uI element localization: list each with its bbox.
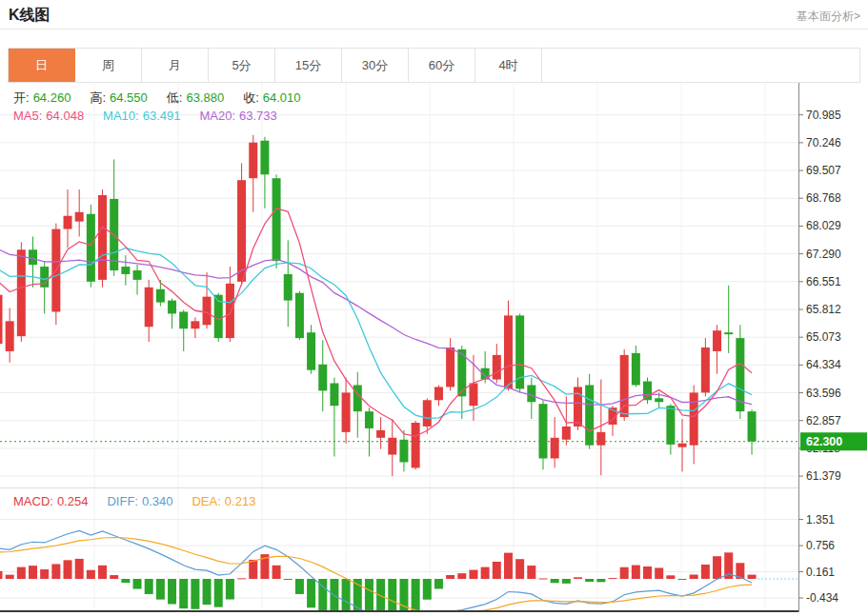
candle-body [724,332,733,334]
macd-bar [527,566,535,579]
tab-timeframe-2[interactable]: 月 [142,49,209,82]
candle-body [353,385,362,411]
candle-body [434,387,443,400]
candle-body [145,288,153,327]
macd-bar [412,579,420,611]
macd-bar [620,567,629,579]
macd-layer [0,530,757,616]
tab-timeframe-6[interactable]: 60分 [409,49,475,82]
tab-timeframe-0[interactable]: 日 [9,49,75,82]
macd-bar [6,575,14,579]
candle-body [504,315,513,388]
candle-body [133,270,142,280]
macd-bar [655,567,663,579]
y-axis-label: 68.029 [806,219,841,232]
macd-bar [0,571,3,579]
candle-body [249,143,257,179]
current-price-tag-text: 62.300 [806,435,842,448]
indicator-value: 0.254 [57,494,89,508]
indicator-label: 高: [90,90,106,105]
tab-timeframe-5[interactable]: 30分 [342,49,409,82]
candle-body [237,180,246,282]
indicator-label: 开: [13,90,30,105]
indicator-label: MA5: [13,109,42,123]
macd-bar [574,577,582,579]
macd-bar [168,579,176,605]
tab-timeframe-4[interactable]: 15分 [275,49,342,82]
macd-bar [121,579,130,583]
y-axis-label: 0.756 [806,539,835,552]
indicator-label: MA20: [199,109,235,123]
candle-body [307,332,315,370]
macd-bar [748,575,757,579]
macd-bar [423,579,432,600]
ohlc-info-line: 开:64.260高:64.550低:63.880收:64.010 [13,89,320,107]
ohlc-line-item: 开:64.260 [13,90,74,105]
candle-body [203,297,212,326]
macd-bar [156,579,165,600]
candle-body [226,284,234,338]
macd-bar [457,573,466,579]
candle-body [493,355,501,380]
y-axis-label: -0.434 [806,591,838,605]
macd-bar [29,566,37,579]
candles-layer [0,135,757,476]
candle-body [75,212,84,222]
candle-body [551,438,559,459]
y-axis-label: 70.246 [806,136,841,149]
candle-body [655,398,663,402]
macd-info-line: MACD:0.254DIFF:0.340DEA:0.213 [13,494,274,508]
macd-bar [64,560,72,579]
candle-body [562,427,571,440]
candle-body [179,311,188,328]
ma-line-item: MA20:63.733 [199,109,280,123]
candle-body [273,178,281,261]
candle-body [29,249,37,265]
macd-bar [75,559,84,579]
indicator-value: 64.010 [263,90,301,105]
candle-body [585,385,594,445]
macd-bar [145,579,153,594]
macd-bar [585,579,594,582]
candle-body [191,321,199,328]
candle-body [64,216,72,229]
tab-timeframe-1[interactable]: 周 [75,49,142,82]
y-axis-label: 70.985 [806,109,841,122]
candle-body [295,293,304,338]
indicator-value: 64.550 [110,90,148,105]
macd-bar [273,566,281,579]
macd-bar [469,570,477,579]
candle-body [365,411,373,428]
candle-body [446,348,454,387]
macd-bar [191,579,199,609]
indicator-value: 0.213 [225,494,256,508]
candle-body [538,404,547,458]
fundamental-analysis-link[interactable]: 基本面分析> [797,9,860,25]
y-axis-label: 64.334 [806,358,841,371]
macd-line-item: DEA:0.213 [192,494,259,508]
ma-line-item: MA5:64.048 [13,109,88,123]
candle-body [330,383,338,406]
timeframe-tabbar: 日周月5分15分30分60分4时 [8,48,860,83]
tab-timeframe-3[interactable]: 5分 [209,49,275,82]
candle-body [527,385,535,402]
macd-bar [481,567,490,579]
indicator-value: 64.260 [33,90,71,105]
macd-bar [713,556,721,579]
macd-bar [666,575,675,579]
y-axis-label: 67.290 [806,248,841,261]
macd-bar [179,579,188,608]
y-axis-label: 69.507 [806,164,841,177]
y-axis-label: 63.596 [806,387,841,400]
kline-chart[interactable]: 70.98570.24669.50768.76868.02967.29066.5… [0,83,868,616]
tab-timeframe-7[interactable]: 4时 [475,49,542,82]
candle-body [318,365,327,391]
macd-line-item: DIFF:0.340 [107,494,176,508]
ma-line-item: MA10:63.491 [103,109,184,123]
candle-body [6,321,14,351]
macd-bar [643,566,652,579]
indicator-label: MACD: [13,494,53,508]
macd-bar [110,575,118,579]
indicator-value: 63.733 [239,109,277,123]
candle-body [423,400,432,427]
